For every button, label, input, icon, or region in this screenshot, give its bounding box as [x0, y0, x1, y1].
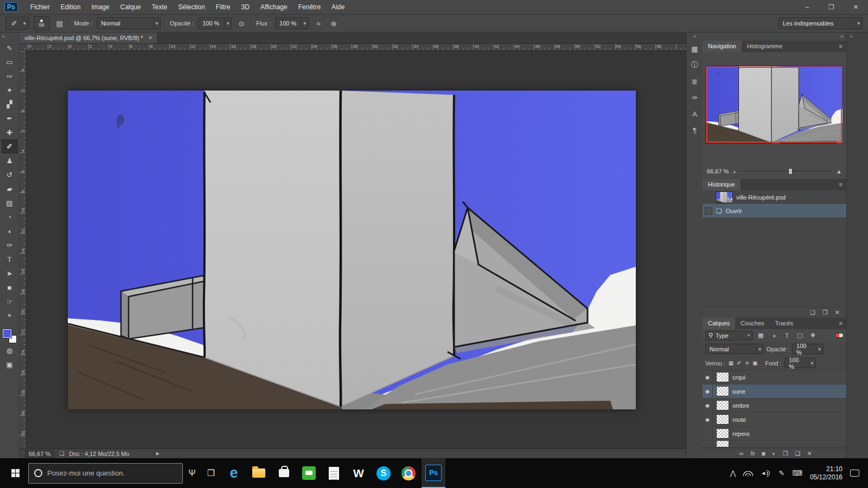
menu-item[interactable]: Sélection — [173, 1, 209, 13]
layer-row[interactable]: ◉ sune — [703, 384, 846, 399]
zoom-slider-thumb[interactable] — [788, 168, 793, 175]
layer-name[interactable]: sune — [732, 388, 745, 395]
new-layer-icon[interactable]: ❏ — [795, 450, 800, 457]
layer-row[interactable]: ◉ route — [703, 413, 846, 427]
start-button[interactable] — [3, 458, 27, 488]
delete-layer-icon[interactable]: ✕ — [807, 450, 812, 457]
paragraph-panel-icon[interactable]: ¶ — [688, 122, 702, 138]
lasso-tool[interactable]: ∾ — [2, 69, 18, 83]
navigator-zoom-field[interactable]: 66,67 % — [707, 168, 729, 175]
layer-name[interactable]: crqui — [732, 374, 745, 381]
filter-shape-layers-icon[interactable]: ▢ — [795, 332, 805, 339]
layer-visibility-toggle[interactable]: ◉ — [703, 413, 713, 426]
menu-item[interactable]: Affichage — [256, 1, 292, 13]
navigator-preview[interactable] — [706, 66, 843, 143]
screen-mode-button[interactable]: ▣ — [2, 357, 18, 371]
delete-state-icon[interactable]: ✕ — [835, 309, 840, 316]
filter-type-layers-icon[interactable]: T — [782, 332, 792, 339]
minimize-button[interactable]: – — [795, 0, 819, 14]
taskbar-app-chrome[interactable] — [397, 458, 420, 488]
layer-thumbnail[interactable] — [717, 401, 729, 410]
menu-item[interactable]: Filtre — [211, 1, 235, 13]
menu-item[interactable]: Aide — [327, 1, 349, 13]
history-brush-tool[interactable]: ↺ — [2, 168, 18, 182]
layer-thumbnail[interactable] — [717, 415, 729, 424]
toggle-brush-panel-icon[interactable]: ▤ — [54, 20, 65, 28]
new-document-from-state-icon[interactable]: ❏ — [810, 309, 815, 316]
tab-historique[interactable]: Historique — [703, 179, 741, 190]
rectangle-select-tool[interactable]: ▭ — [2, 55, 18, 69]
tab-close-icon[interactable]: × — [149, 34, 152, 42]
pen-tool[interactable]: ✑ — [2, 238, 18, 252]
taskbar-app-word[interactable]: W — [347, 458, 371, 488]
tab-couches[interactable]: Couches — [735, 318, 769, 329]
adjustment-layer-icon[interactable]: ◐ — [773, 450, 776, 457]
color-swatches[interactable] — [3, 329, 17, 343]
new-group-icon[interactable]: ❐ — [783, 450, 788, 457]
new-snapshot-icon[interactable]: ❒ — [822, 309, 828, 316]
history-source-checkbox[interactable] — [705, 207, 712, 215]
menu-item[interactable]: Fenêtre — [293, 1, 326, 13]
taskbar-app-onenote[interactable] — [322, 458, 346, 488]
touch-keyboard-icon[interactable]: ⌨ — [792, 469, 802, 477]
zoom-in-icon[interactable]: ▲ — [836, 168, 842, 175]
restore-button[interactable]: ❐ — [819, 0, 844, 14]
layer-blend-mode-dropdown[interactable]: Normal ▾ — [705, 344, 764, 354]
layer-visibility-toggle[interactable]: ◉ — [703, 399, 713, 412]
task-view-button[interactable]: ❐ — [201, 458, 221, 488]
layer-row[interactable]: ◉ repere — [703, 427, 846, 441]
layer-row[interactable]: ◉ ombre — [703, 399, 846, 413]
layer-visibility-toggle[interactable]: ◉ — [703, 370, 713, 384]
character-panel-icon[interactable]: A — [688, 106, 702, 122]
info-panel-icon[interactable]: ⓘ — [688, 57, 702, 73]
taskbar-app-photoshop[interactable]: Ps — [422, 458, 445, 488]
panel-menu-icon[interactable]: ≡ — [835, 41, 846, 52]
layer-filter-dropdown[interactable]: ⚲ Type ▾ — [705, 331, 753, 341]
layer-name[interactable]: repere — [732, 431, 750, 437]
menu-item[interactable]: Edition — [56, 1, 86, 13]
eyedropper-tool[interactable]: ✒ — [2, 111, 18, 125]
layer-row[interactable]: ◉ crqui — [703, 370, 846, 384]
blend-mode-dropdown[interactable]: Normal ▾ — [97, 17, 161, 29]
mic-button[interactable]: Ψ — [184, 458, 200, 488]
flow-dropdown[interactable]: 100 % ▾ — [275, 17, 309, 29]
filter-adjustment-layers-icon[interactable]: ◑ — [769, 332, 779, 339]
filter-smart-object-icon[interactable]: ❖ — [808, 332, 818, 339]
history-item-document[interactable]: ville-Récupéré.psd — [703, 190, 846, 204]
layer-thumbnail[interactable] — [717, 429, 729, 438]
menu-item[interactable]: Calque — [116, 1, 146, 13]
zoom-tool[interactable]: ⌖ — [2, 309, 18, 323]
volume-icon[interactable]: ◄ — [761, 470, 771, 477]
brush-size-picker[interactable]: 58 — [34, 16, 50, 30]
panel-menu-icon[interactable]: ≡ — [835, 318, 846, 329]
clock[interactable]: 21:10 05/12/2016 — [810, 465, 843, 481]
tab-histogramme[interactable]: Histogramme — [742, 41, 788, 52]
path-select-tool[interactable]: ➤ — [2, 266, 18, 280]
hand-tool[interactable]: ☞ — [2, 294, 18, 309]
pressure-opacity-icon[interactable]: ⊙ — [236, 20, 247, 28]
layer-name[interactable]: route — [732, 416, 746, 423]
layer-thumbnail[interactable] — [717, 441, 729, 447]
spot-healing-tool[interactable]: ✚ — [2, 125, 18, 139]
crop-tool[interactable]: ▞ — [2, 97, 18, 111]
eraser-tool[interactable]: ▰ — [2, 182, 18, 196]
hidden-icons-button[interactable]: ⋀ — [730, 469, 736, 477]
navigator-view-box[interactable] — [706, 67, 842, 143]
filter-pixel-layers-icon[interactable]: ▦ — [756, 332, 766, 339]
tab-navigation[interactable]: Navigation — [703, 41, 742, 52]
layer-fill-dropdown[interactable]: 100 % ▾ — [784, 358, 816, 368]
layer-opacity-dropdown[interactable]: 100 % ▾ — [792, 344, 824, 354]
layer-row[interactable]: ◉ — [703, 441, 846, 447]
opacity-dropdown[interactable]: 100 % ▾ — [198, 17, 232, 29]
canvas-viewport[interactable]: 420246810121416182022242628303234 — [20, 51, 686, 448]
pressure-size-icon[interactable]: ⊛ — [328, 20, 339, 28]
shape-tool[interactable]: ■ — [2, 280, 18, 294]
menu-item[interactable]: Texte — [147, 1, 173, 13]
cortana-search[interactable]: Posez-moi une question. — [28, 463, 183, 484]
foreground-color-swatch[interactable] — [3, 329, 11, 338]
pen-settings-icon[interactable]: ✎ — [778, 469, 784, 477]
close-button[interactable]: ✕ — [844, 0, 868, 14]
add-layer-mask-icon[interactable]: ◙ — [762, 450, 765, 457]
taskbar-app-edge[interactable]: e — [222, 458, 246, 488]
taskbar-app-messaging[interactable] — [297, 458, 321, 488]
